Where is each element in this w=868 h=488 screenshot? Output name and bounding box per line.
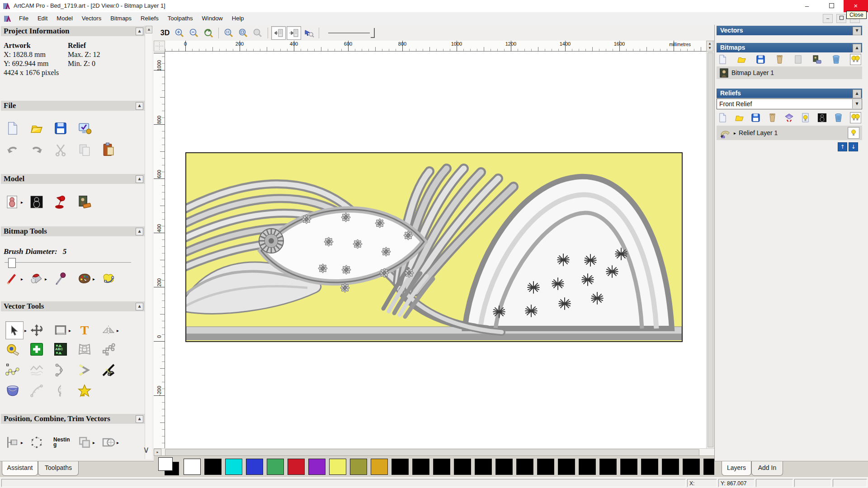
view-contrast-slider-track[interactable] — [328, 33, 370, 33]
assistant-scrollbar[interactable]: ▲ — [145, 25, 152, 459]
create-polyline-button[interactable] — [5, 363, 29, 377]
colour-picker-tool-button[interactable] — [53, 272, 77, 286]
select-vectors-button[interactable]: ▸ — [5, 321, 29, 339]
delete-relief-layer-button[interactable] — [833, 113, 844, 123]
mirror-flyout[interactable]: ▸ — [117, 328, 119, 333]
create-text-button[interactable]: T — [77, 324, 101, 337]
zoom-1to1-button[interactable] — [222, 27, 236, 39]
scroll-down-chevron[interactable]: ∨ — [143, 444, 150, 455]
maximize-button[interactable] — [819, 0, 844, 12]
horizontal-scrollbar-thumb[interactable] — [165, 449, 699, 456]
preview-vectors-button[interactable] — [302, 27, 316, 39]
toggle-3d-view-button[interactable]: 3D — [158, 27, 172, 39]
copy-bitmap-to-relief-button[interactable] — [271, 26, 286, 40]
palette-swatch[interactable] — [371, 459, 388, 475]
save-model-button[interactable] — [53, 121, 77, 136]
palette-swatch[interactable] — [225, 459, 242, 475]
new-bitmap-layer-button[interactable] — [717, 54, 728, 65]
load-image-button[interactable] — [77, 195, 101, 209]
tab-layers[interactable]: Layers — [722, 461, 751, 476]
fillet-tool-button[interactable] — [77, 363, 101, 377]
delete-bitmap-layer-button[interactable] — [831, 54, 841, 65]
collapse-model-button[interactable]: ▲ — [136, 175, 143, 183]
menu-toolpaths[interactable]: Toolpaths — [163, 12, 198, 25]
palette-swatch[interactable] — [246, 459, 263, 475]
palette-swatch[interactable] — [662, 459, 679, 475]
menu-vectors[interactable]: Vectors — [77, 12, 106, 25]
measure-tool-button[interactable] — [5, 342, 29, 357]
primary-swatch[interactable] — [158, 457, 173, 471]
weld-flyout[interactable]: ▸ — [117, 440, 119, 445]
paint-tool-button[interactable]: ▸ — [5, 272, 29, 286]
create-arc-button[interactable] — [53, 363, 77, 377]
relief-layer-visibility-toggle[interactable] — [848, 127, 859, 139]
align-flyout[interactable]: ▸ — [21, 440, 23, 445]
mdi-minimize-button[interactable]: – — [823, 14, 833, 23]
tab-toolpaths[interactable]: Toolpaths — [38, 461, 79, 476]
palette-swatch[interactable] — [454, 459, 471, 475]
two-rail-sweep-button[interactable] — [29, 384, 53, 398]
tab-assistant[interactable]: Assistant — [2, 461, 38, 476]
relief-layer-expand[interactable]: ▸ — [734, 131, 736, 136]
bitmap-layer-row[interactable]: Bitmap Layer 1 — [717, 66, 862, 79]
new-relief-layer-button[interactable] — [717, 113, 728, 123]
vertical-scrollbar-thumb[interactable] — [708, 52, 713, 447]
collapse-project-info-button[interactable]: ▲ — [136, 28, 143, 35]
relief-greyscale-button[interactable] — [817, 113, 827, 123]
palette-swatch[interactable] — [495, 459, 513, 475]
palette-swatch[interactable] — [350, 459, 367, 475]
paint-flyout[interactable]: ▸ — [21, 277, 23, 282]
free-polyline-button[interactable] — [29, 363, 53, 377]
mirror-vectors-button[interactable]: ▸ — [101, 323, 125, 338]
palette-swatch[interactable] — [475, 459, 492, 475]
spin-profile-button[interactable] — [53, 384, 77, 398]
collapse-file-button[interactable]: ▲ — [136, 102, 143, 110]
ruler-origin-button[interactable] — [154, 41, 165, 52]
2d-view-canvas[interactable] — [165, 52, 706, 448]
zoom-in-button[interactable] — [173, 27, 186, 39]
group-flyout[interactable]: ▸ — [93, 440, 95, 445]
ruler-scroll-buttons[interactable]: ▲ ▼ — [706, 41, 713, 52]
paste-along-curve-button[interactable] — [101, 342, 125, 357]
blank-bitmap-layer-button[interactable] — [793, 54, 803, 65]
collapse-reliefs-button[interactable]: ▲ — [853, 89, 861, 98]
move-relief-layer-up-button[interactable]: ↑ — [838, 142, 847, 151]
redo-button[interactable] — [29, 142, 53, 157]
colour-palette-button[interactable]: ▸ — [77, 272, 101, 286]
align-vectors-button[interactable]: ▸ — [5, 435, 29, 450]
set-model-size-button[interactable]: ▸ — [5, 195, 29, 209]
copy-button[interactable] — [77, 142, 101, 157]
bitmap-thumbnail-toggle-button[interactable] — [812, 54, 822, 65]
collapse-bitmaps-button[interactable]: ▲ — [853, 44, 861, 52]
paste-button[interactable] — [101, 142, 125, 157]
palette-swatch[interactable] — [204, 459, 222, 475]
palette-swatch[interactable] — [683, 459, 700, 475]
relief-visibility-page-button[interactable] — [800, 113, 811, 123]
toggle-all-relief-visibility-button[interactable] — [850, 112, 861, 123]
relief-selector-dropdown[interactable]: Front Relief ▼ — [717, 99, 862, 109]
palette-swatch[interactable] — [412, 459, 429, 475]
palette-swatch[interactable] — [620, 459, 637, 475]
brush-diameter-slider[interactable] — [5, 258, 131, 267]
nesting-button[interactable]: Nesting — [53, 437, 77, 447]
undo-button[interactable] — [5, 142, 29, 157]
palette-swatch[interactable] — [267, 459, 284, 475]
transfer-relief-button[interactable] — [784, 113, 794, 123]
close-button[interactable]: × — [844, 0, 868, 12]
menu-model[interactable]: Model — [52, 12, 77, 25]
palette-swatch[interactable] — [288, 459, 305, 475]
zoom-out-button[interactable] — [187, 27, 201, 39]
open-model-button[interactable] — [29, 121, 53, 136]
mdi-restore-button[interactable] — [836, 14, 846, 23]
palette-swatch[interactable] — [516, 459, 533, 475]
save-relief-layer-button[interactable] — [750, 113, 761, 123]
options-button[interactable] — [77, 121, 101, 136]
merge-bitmap-layers-button[interactable] — [774, 54, 785, 65]
vertical-scrollbar[interactable] — [706, 52, 713, 448]
create-rectangle-button[interactable]: ▸ — [53, 323, 77, 338]
select-flyout[interactable]: ▸ — [24, 328, 27, 333]
menu-edit[interactable]: Edit — [33, 12, 52, 25]
extrude-tool-button[interactable] — [5, 384, 29, 398]
lighting-button[interactable] — [53, 195, 77, 209]
zoom-previous-button[interactable] — [202, 27, 215, 39]
